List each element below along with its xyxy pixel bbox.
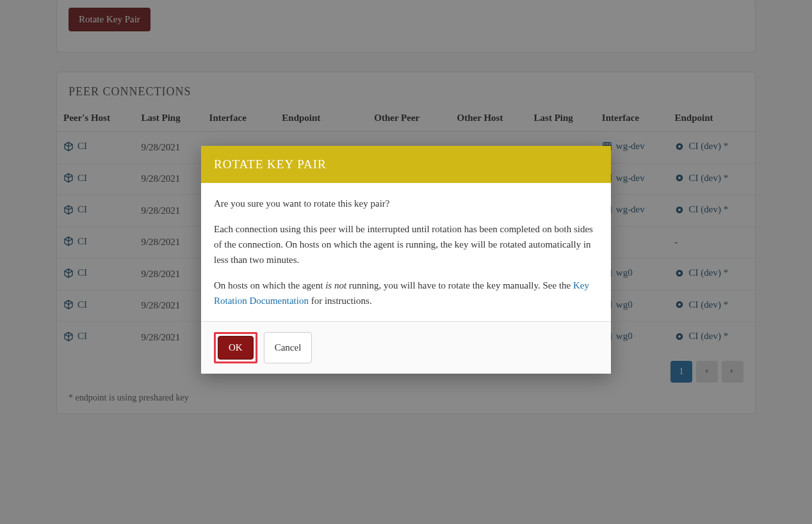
cancel-button[interactable]: Cancel (264, 332, 313, 363)
rotate-key-pair-modal: ROTATE KEY PAIR Are you sure you want to… (201, 146, 611, 374)
ok-button-highlight: OK (214, 332, 257, 363)
modal-body: Are you sure you want to rotate this key… (201, 183, 611, 321)
modal-text-info: Each connection using this peer will be … (214, 221, 598, 267)
ok-button[interactable]: OK (218, 336, 254, 360)
modal-title: ROTATE KEY PAIR (201, 146, 611, 183)
modal-text-manual: On hosts on which the agent is not runni… (214, 278, 598, 308)
modal-text-confirm: Are you sure you want to rotate this key… (214, 196, 598, 211)
modal-overlay[interactable]: ROTATE KEY PAIR Are you sure you want to… (0, 0, 812, 433)
modal-footer: OK Cancel (201, 321, 611, 374)
